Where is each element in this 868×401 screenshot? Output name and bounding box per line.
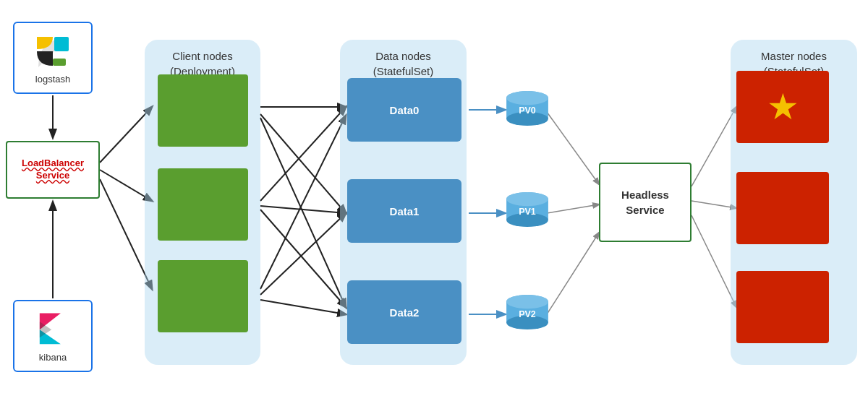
pv-1: PV1 — [505, 191, 550, 228]
svg-line-12 — [260, 213, 346, 295]
svg-text:PV2: PV2 — [519, 309, 536, 319]
client-node-2 — [158, 168, 248, 241]
headless-service-label: Headless Service — [621, 187, 669, 217]
pv-0: PV0 — [505, 90, 550, 127]
headless-service-box: Headless Service — [599, 163, 692, 242]
master-node-1-star: ★ — [767, 86, 799, 128]
data-nodes-title: Data nodes (StatefulSet) — [340, 40, 467, 79]
logstash-box: logstash — [13, 22, 93, 94]
logstash-logo — [31, 31, 75, 71]
svg-line-7 — [260, 118, 346, 307]
data-node-2: Data2 — [347, 280, 461, 344]
svg-line-20 — [692, 107, 736, 186]
logstash-label: logstash — [35, 74, 70, 85]
data-node-0: Data0 — [347, 78, 461, 142]
svg-line-18 — [547, 204, 599, 213]
svg-rect-23 — [54, 37, 69, 51]
svg-line-13 — [260, 300, 346, 314]
kibana-label: kibana — [39, 352, 67, 363]
lb-service-text2: Service — [36, 170, 69, 181]
svg-line-19 — [547, 233, 599, 314]
svg-point-34 — [506, 192, 548, 206]
client-node-1 — [158, 74, 248, 147]
svg-point-29 — [506, 91, 548, 105]
svg-line-22 — [692, 215, 736, 307]
svg-line-10 — [260, 210, 346, 307]
client-node-3 — [158, 260, 248, 332]
master-node-2 — [736, 172, 829, 244]
svg-line-17 — [547, 112, 599, 184]
master-node-1: ★ — [736, 71, 829, 143]
svg-line-8 — [260, 107, 346, 201]
lb-service-text1: LoadBalancer — [22, 158, 84, 168]
svg-line-21 — [692, 201, 736, 208]
svg-line-9 — [260, 206, 346, 213]
svg-line-11 — [260, 116, 346, 289]
architecture-diagram: logstash kibana LoadBalancer Service — [0, 0, 868, 401]
lb-service-label: LoadBalancer Service — [22, 158, 84, 182]
svg-point-39 — [506, 295, 548, 309]
data-node-1: Data1 — [347, 179, 461, 243]
svg-line-6 — [260, 114, 346, 213]
svg-text:PV0: PV0 — [519, 105, 536, 116]
kibana-box: kibana — [13, 300, 93, 372]
svg-rect-24 — [53, 59, 66, 66]
pv-2: PV2 — [505, 293, 550, 331]
client-nodes-title: Client nodes (Deployment) — [145, 40, 260, 79]
svg-text:PV1: PV1 — [519, 207, 536, 217]
lb-service-box: LoadBalancer Service — [6, 141, 100, 199]
master-node-3 — [736, 271, 829, 343]
kibana-logo — [31, 310, 75, 349]
